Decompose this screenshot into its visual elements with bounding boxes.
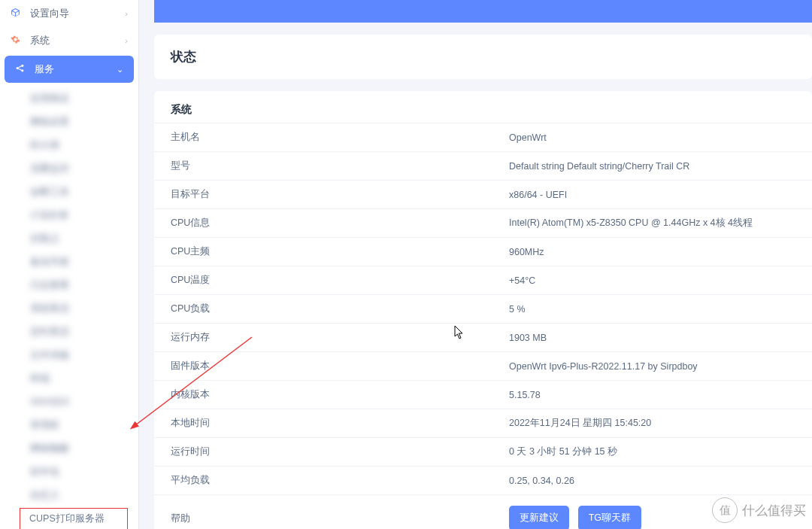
- sidebar-item-label: 系统: [30, 34, 50, 47]
- row-key: 平均负载: [171, 474, 509, 487]
- watermark: 值 什么值得买: [712, 497, 806, 523]
- row-key: 型号: [171, 160, 509, 172]
- row-value: 1903 MB: [509, 333, 547, 343]
- sidebar-item-label: 服务: [35, 62, 54, 76]
- table-row: 运行内存1903 MB: [154, 323, 812, 351]
- list-item: 自定义: [0, 484, 138, 507]
- row-key: CPU温度: [171, 274, 509, 287]
- svg-point-0: [17, 67, 19, 69]
- row-value: Intel(R) Atom(TM) x5-Z8350 CPU @ 1.44GHz…: [509, 217, 753, 230]
- row-value: 2022年11月24日 星期四 15:45:20: [509, 417, 651, 430]
- list-item: 网络设置: [0, 111, 138, 134]
- svg-point-1: [21, 65, 23, 67]
- table-row: CPU负载5 %: [154, 294, 812, 323]
- row-value: +54°C: [509, 275, 535, 286]
- row-key: CPU负载: [171, 303, 509, 315]
- list-item: 应用商店: [0, 87, 138, 111]
- system-card: 系统 主机名OpenWrt 型号Default string Default s…: [154, 91, 812, 529]
- row-key: 运行时间: [171, 445, 509, 458]
- cube-icon: [11, 8, 23, 20]
- row-key: 帮助: [171, 512, 509, 525]
- sidebar-item-label: 设置向导: [30, 7, 69, 20]
- sidebar-item-cups[interactable]: CUPS打印服务器: [20, 508, 128, 529]
- row-key: 主机名: [171, 131, 509, 144]
- list-item: 防火墙: [0, 134, 138, 157]
- table-row: 主机名OpenWrt: [154, 123, 812, 151]
- table-row: 平均负载0.25, 0.34, 0.26: [154, 466, 812, 494]
- list-item: 网络唤醒: [0, 437, 138, 461]
- table-row: CPU温度+54°C: [154, 266, 812, 294]
- list-item: 日志查看: [0, 274, 138, 297]
- list-item: 诊断工具: [0, 181, 138, 204]
- list-item: 备份升级: [0, 251, 138, 274]
- row-value: 960MHz: [509, 247, 544, 257]
- list-item: 计划任务: [0, 204, 138, 227]
- watermark-icon: 值: [712, 497, 738, 523]
- list-item: 软件包: [0, 461, 138, 484]
- row-key: 固件版本: [171, 360, 509, 372]
- chevron-down-icon: ⌄: [117, 65, 123, 74]
- row-value: 5 %: [509, 304, 526, 315]
- share-icon: [15, 63, 27, 75]
- update-suggestion-button[interactable]: 更新建议: [509, 506, 569, 529]
- gear-icon: [11, 35, 23, 47]
- row-key: 本地时间: [171, 417, 509, 430]
- table-row: 运行时间0 天 3 小时 51 分钟 15 秒: [154, 437, 812, 466]
- page-title: 状态: [171, 48, 795, 65]
- row-value: 5.15.78: [509, 390, 541, 400]
- row-key: 目标平台: [171, 188, 509, 201]
- tg-chat-button[interactable]: TG聊天群: [578, 506, 641, 529]
- svg-point-2: [21, 69, 23, 71]
- table-row: 目标平台x86/64 - UEFI: [154, 180, 812, 208]
- sidebar-item-system[interactable]: 系统 ›: [0, 27, 138, 54]
- table-row: CPU信息Intel(R) Atom(TM) x5-Z8350 CPU @ 1.…: [154, 208, 812, 237]
- section-title: 系统: [154, 91, 812, 123]
- list-item: 终端: [0, 367, 138, 391]
- row-value: Default string Default string/Cherry Tra…: [509, 161, 689, 172]
- topbar: [154, 0, 812, 23]
- table-row: CPU主频960MHz: [154, 237, 812, 266]
- row-key: CPU信息: [171, 217, 509, 230]
- row-key: CPU主频: [171, 245, 509, 258]
- list-item: 文件传输: [0, 344, 138, 367]
- list-item: SSH访问: [0, 391, 138, 414]
- chevron-right-icon: ›: [125, 9, 128, 18]
- row-value: OpenWrt: [509, 132, 547, 143]
- main-content: 状态 系统 主机名OpenWrt 型号Default string Defaul…: [139, 0, 812, 529]
- list-item: 流量监控: [0, 157, 138, 181]
- list-item: 管理权: [0, 414, 138, 437]
- list-item: 挂载点: [0, 227, 138, 251]
- watermark-text: 什么值得买: [742, 502, 806, 519]
- row-value: 0 天 3 小时 51 分钟 15 秒: [509, 445, 617, 458]
- list-item: 系统重启: [0, 297, 138, 321]
- chevron-right-icon: ›: [125, 36, 128, 45]
- sidebar-sublist: 应用商店 网络设置 防火墙 流量监控 诊断工具 计划任务 挂载点 备份升级 日志…: [0, 84, 138, 529]
- row-value: x86/64 - UEFI: [509, 190, 567, 200]
- row-key: 内核版本: [171, 388, 509, 401]
- sidebar-item-services[interactable]: 服务 ⌄: [5, 56, 134, 83]
- table-row: 型号Default string Default string/Cherry T…: [154, 151, 812, 180]
- row-key: 运行内存: [171, 331, 509, 344]
- table-row: 内核版本5.15.78: [154, 380, 812, 409]
- list-item: 定时重启: [0, 321, 138, 344]
- sidebar: 设置向导 › 系统 › 服务 ⌄ 应用商店 网络设置 防火墙 流量监控 诊断工具…: [0, 0, 139, 529]
- row-value: OpenWrt Ipv6-Plus-R2022.11.17 by Sirpdbo…: [509, 361, 698, 372]
- status-card: 状态: [154, 35, 812, 79]
- table-row: 本地时间2022年11月24日 星期四 15:45:20: [154, 409, 812, 437]
- table-row: 固件版本OpenWrt Ipv6-Plus-R2022.11.17 by Sir…: [154, 351, 812, 380]
- sidebar-item-setup-wizard[interactable]: 设置向导 ›: [0, 0, 138, 27]
- row-value: 0.25, 0.34, 0.26: [509, 476, 574, 486]
